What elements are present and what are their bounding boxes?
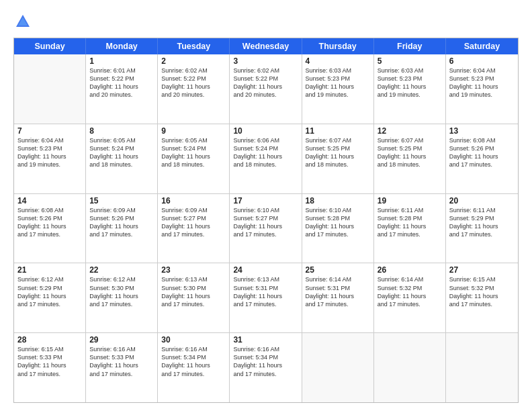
day-info: Sunrise: 6:15 AM Sunset: 5:33 PM Dayligh… (17, 345, 82, 378)
calendar-cell: 23Sunrise: 6:13 AM Sunset: 5:30 PM Dayli… (158, 263, 230, 332)
day-info: Sunrise: 6:05 AM Sunset: 5:24 PM Dayligh… (161, 136, 226, 169)
header (13, 12, 519, 31)
day-number: 19 (378, 196, 442, 205)
day-info: Sunrise: 6:15 AM Sunset: 5:32 PM Dayligh… (449, 275, 515, 308)
calendar-cell: 5Sunrise: 6:03 AM Sunset: 5:23 PM Daylig… (374, 54, 446, 124)
calendar-cell: 14Sunrise: 6:08 AM Sunset: 5:26 PM Dayli… (14, 194, 86, 263)
calendar-body: 1Sunrise: 6:01 AM Sunset: 5:22 PM Daylig… (14, 54, 518, 402)
day-info: Sunrise: 6:03 AM Sunset: 5:23 PM Dayligh… (378, 66, 442, 99)
day-info: Sunrise: 6:08 AM Sunset: 5:26 PM Dayligh… (17, 206, 82, 239)
calendar-cell: 16Sunrise: 6:09 AM Sunset: 5:27 PM Dayli… (158, 194, 230, 263)
day-number: 29 (89, 335, 154, 345)
calendar-cell: 9Sunrise: 6:05 AM Sunset: 5:24 PM Daylig… (158, 124, 230, 193)
calendar-cell: 6Sunrise: 6:04 AM Sunset: 5:23 PM Daylig… (446, 54, 518, 124)
day-number: 13 (449, 126, 515, 136)
calendar-cell: 10Sunrise: 6:06 AM Sunset: 5:24 PM Dayli… (230, 124, 302, 193)
day-number: 24 (233, 265, 298, 275)
calendar-cell: 21Sunrise: 6:12 AM Sunset: 5:29 PM Dayli… (14, 263, 86, 332)
logo-icon (13, 12, 32, 31)
day-number: 6 (449, 56, 515, 66)
calendar-cell (374, 333, 446, 402)
day-number: 8 (89, 126, 154, 136)
header-day-tuesday: Tuesday (158, 38, 230, 54)
calendar-cell (14, 54, 86, 124)
calendar-header: SundayMondayTuesdayWednesdayThursdayFrid… (14, 38, 518, 54)
calendar-row-4: 21Sunrise: 6:12 AM Sunset: 5:29 PM Dayli… (14, 263, 518, 332)
calendar-row-2: 7Sunrise: 6:04 AM Sunset: 5:23 PM Daylig… (14, 124, 518, 193)
calendar-cell (446, 333, 518, 402)
calendar-cell: 20Sunrise: 6:11 AM Sunset: 5:29 PM Dayli… (446, 194, 518, 263)
day-info: Sunrise: 6:12 AM Sunset: 5:29 PM Dayligh… (17, 275, 82, 308)
day-number: 5 (378, 56, 442, 66)
day-info: Sunrise: 6:02 AM Sunset: 5:22 PM Dayligh… (161, 66, 226, 99)
day-info: Sunrise: 6:11 AM Sunset: 5:28 PM Dayligh… (378, 206, 442, 239)
day-number: 14 (17, 196, 82, 205)
header-day-saturday: Saturday (446, 38, 518, 54)
day-number: 20 (449, 196, 515, 205)
calendar-cell: 26Sunrise: 6:14 AM Sunset: 5:32 PM Dayli… (374, 263, 446, 332)
day-info: Sunrise: 6:10 AM Sunset: 5:28 PM Dayligh… (306, 206, 370, 239)
calendar: SundayMondayTuesdayWednesdayThursdayFrid… (13, 38, 519, 403)
calendar-cell: 4Sunrise: 6:03 AM Sunset: 5:23 PM Daylig… (302, 54, 374, 124)
page: SundayMondayTuesdayWednesdayThursdayFrid… (0, 0, 532, 411)
calendar-cell: 19Sunrise: 6:11 AM Sunset: 5:28 PM Dayli… (374, 194, 446, 263)
calendar-cell: 8Sunrise: 6:05 AM Sunset: 5:24 PM Daylig… (86, 124, 158, 193)
calendar-cell: 29Sunrise: 6:16 AM Sunset: 5:33 PM Dayli… (86, 333, 158, 402)
day-number: 26 (378, 265, 442, 275)
day-info: Sunrise: 6:09 AM Sunset: 5:27 PM Dayligh… (161, 206, 226, 239)
calendar-cell: 15Sunrise: 6:09 AM Sunset: 5:26 PM Dayli… (86, 194, 158, 263)
calendar-cell: 30Sunrise: 6:16 AM Sunset: 5:34 PM Dayli… (158, 333, 230, 402)
calendar-row-3: 14Sunrise: 6:08 AM Sunset: 5:26 PM Dayli… (14, 193, 518, 263)
day-number: 15 (89, 196, 154, 205)
day-number: 21 (17, 265, 82, 275)
day-info: Sunrise: 6:12 AM Sunset: 5:30 PM Dayligh… (89, 275, 154, 308)
day-number: 25 (306, 265, 370, 275)
day-number: 10 (233, 126, 298, 136)
day-number: 9 (161, 126, 226, 136)
day-info: Sunrise: 6:06 AM Sunset: 5:24 PM Dayligh… (233, 136, 298, 169)
day-info: Sunrise: 6:13 AM Sunset: 5:31 PM Dayligh… (233, 275, 298, 308)
header-day-thursday: Thursday (302, 38, 374, 54)
calendar-cell: 3Sunrise: 6:02 AM Sunset: 5:22 PM Daylig… (230, 54, 302, 124)
day-number: 4 (306, 56, 370, 66)
day-info: Sunrise: 6:10 AM Sunset: 5:27 PM Dayligh… (233, 206, 298, 239)
calendar-row-5: 28Sunrise: 6:15 AM Sunset: 5:33 PM Dayli… (14, 332, 518, 402)
day-number: 23 (161, 265, 226, 275)
day-info: Sunrise: 6:16 AM Sunset: 5:33 PM Dayligh… (89, 345, 154, 378)
day-number: 30 (161, 335, 226, 345)
header-day-wednesday: Wednesday (230, 38, 302, 54)
day-info: Sunrise: 6:16 AM Sunset: 5:34 PM Dayligh… (233, 345, 298, 378)
day-info: Sunrise: 6:05 AM Sunset: 5:24 PM Dayligh… (89, 136, 154, 169)
day-info: Sunrise: 6:13 AM Sunset: 5:30 PM Dayligh… (161, 275, 226, 308)
day-number: 3 (233, 56, 298, 66)
calendar-cell: 13Sunrise: 6:08 AM Sunset: 5:26 PM Dayli… (446, 124, 518, 193)
day-number: 27 (449, 265, 515, 275)
day-number: 1 (89, 56, 154, 66)
day-info: Sunrise: 6:09 AM Sunset: 5:26 PM Dayligh… (89, 206, 154, 239)
day-number: 11 (306, 126, 370, 136)
day-number: 31 (233, 335, 298, 345)
day-number: 7 (17, 126, 82, 136)
header-day-monday: Monday (86, 38, 158, 54)
calendar-cell: 2Sunrise: 6:02 AM Sunset: 5:22 PM Daylig… (158, 54, 230, 124)
day-number: 12 (378, 126, 442, 136)
day-info: Sunrise: 6:04 AM Sunset: 5:23 PM Dayligh… (17, 136, 82, 169)
day-number: 18 (306, 196, 370, 205)
day-info: Sunrise: 6:01 AM Sunset: 5:22 PM Dayligh… (89, 66, 154, 99)
day-info: Sunrise: 6:07 AM Sunset: 5:25 PM Dayligh… (306, 136, 370, 169)
calendar-cell: 1Sunrise: 6:01 AM Sunset: 5:22 PM Daylig… (86, 54, 158, 124)
day-info: Sunrise: 6:04 AM Sunset: 5:23 PM Dayligh… (449, 66, 515, 99)
day-info: Sunrise: 6:03 AM Sunset: 5:23 PM Dayligh… (306, 66, 370, 99)
calendar-row-1: 1Sunrise: 6:01 AM Sunset: 5:22 PM Daylig… (14, 54, 518, 124)
calendar-cell: 22Sunrise: 6:12 AM Sunset: 5:30 PM Dayli… (86, 263, 158, 332)
day-info: Sunrise: 6:07 AM Sunset: 5:25 PM Dayligh… (378, 136, 442, 169)
calendar-cell: 28Sunrise: 6:15 AM Sunset: 5:33 PM Dayli… (14, 333, 86, 402)
day-info: Sunrise: 6:11 AM Sunset: 5:29 PM Dayligh… (449, 206, 515, 239)
calendar-cell: 12Sunrise: 6:07 AM Sunset: 5:25 PM Dayli… (374, 124, 446, 193)
calendar-cell: 7Sunrise: 6:04 AM Sunset: 5:23 PM Daylig… (14, 124, 86, 193)
calendar-cell: 18Sunrise: 6:10 AM Sunset: 5:28 PM Dayli… (302, 194, 374, 263)
calendar-cell: 17Sunrise: 6:10 AM Sunset: 5:27 PM Dayli… (230, 194, 302, 263)
calendar-cell (302, 333, 374, 402)
header-day-sunday: Sunday (14, 38, 86, 54)
day-info: Sunrise: 6:16 AM Sunset: 5:34 PM Dayligh… (161, 345, 226, 378)
